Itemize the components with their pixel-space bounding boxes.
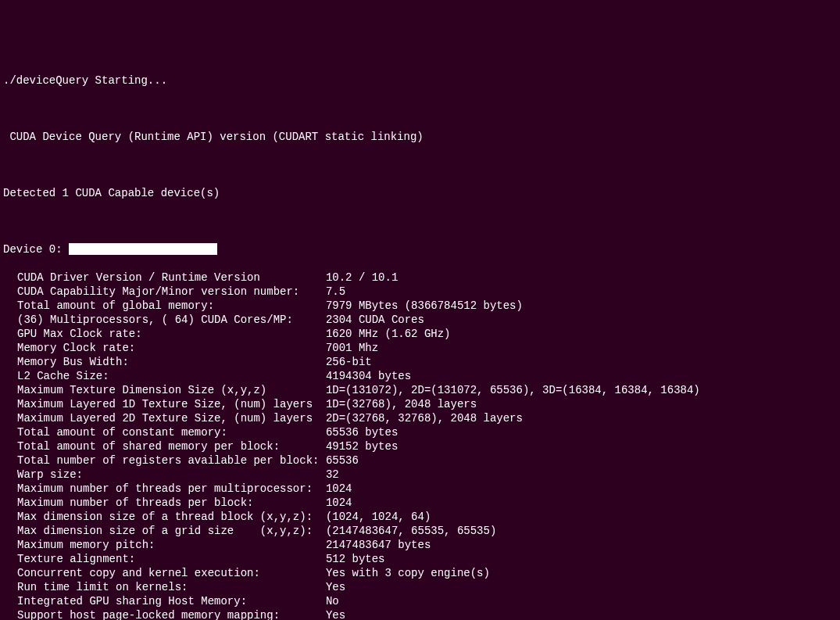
property-row: Concurrent copy and kernel execution: Ye… [3,566,837,580]
blank-line [3,158,837,172]
property-value: 10.2 / 10.1 [326,271,398,284]
property-row: Maximum Texture Dimension Size (x,y,z) 1… [3,383,837,397]
property-label: Total amount of global memory: [17,299,326,312]
blank-line [3,102,837,116]
property-value: (2147483647, 65535, 65535) [326,525,496,537]
property-value: Yes with 3 copy engine(s) [326,567,490,579]
device-prefix: Device 0: [3,242,69,256]
property-row: (36) Multiprocessors, ( 64) CUDA Cores/M… [3,313,837,327]
detected-line: Detected 1 CUDA Capable device(s) [3,186,837,200]
property-row: CUDA Driver Version / Runtime Version 10… [3,271,837,285]
blank-line [3,214,837,228]
property-row: CUDA Capability Major/Minor version numb… [3,285,837,299]
property-value: 256-bit [326,356,372,368]
property-label: L2 Cache Size: [17,370,326,382]
property-value: 49152 bytes [326,440,398,453]
property-row: GPU Max Clock rate: 1620 MHz (1.62 GHz) [3,327,837,341]
property-row: Total amount of global memory: 7979 MByt… [3,299,837,313]
property-value: 1024 [326,482,352,495]
property-label: Maximum Layered 2D Texture Size, (num) l… [17,412,326,425]
property-value: 7979 MBytes (8366784512 bytes) [326,299,523,312]
property-label: Support host page-locked memory mapping: [17,609,326,620]
property-label: Total amount of constant memory: [17,426,326,439]
redacted-device-name [69,243,217,255]
property-label: Maximum number of threads per block: [17,496,326,509]
property-row: L2 Cache Size: 4194304 bytes [3,369,837,383]
property-label: Maximum memory pitch: [17,539,326,551]
terminal-output: ./deviceQuery Starting... CUDA Device Qu… [3,59,837,620]
properties-list: CUDA Driver Version / Runtime Version 10… [3,271,837,620]
property-label: Maximum Layered 1D Texture Size, (num) l… [17,398,326,410]
property-label: Warp size: [17,468,326,481]
property-label: Run time limit on kernels: [17,581,326,593]
property-label: Max dimension size of a grid size (x,y,z… [17,525,326,537]
property-row: Maximum memory pitch: 2147483647 bytes [3,538,837,552]
property-label: Maximum number of threads per multiproce… [17,482,326,495]
property-label: Total number of registers available per … [17,454,326,467]
property-row: Support host page-locked memory mapping:… [3,608,837,620]
property-label: Maximum Texture Dimension Size (x,y,z) [17,384,326,396]
property-row: Texture alignment: 512 bytes [3,552,837,566]
title-line: CUDA Device Query (Runtime API) version … [3,130,837,144]
property-row: Memory Bus Width: 256-bit [3,355,837,369]
property-label: Memory Clock rate: [17,342,326,354]
property-value: 2304 CUDA Cores [326,314,424,326]
property-label: Total amount of shared memory per block: [17,440,326,453]
property-value: 1D=(131072), 2D=(131072, 65536), 3D=(163… [326,384,700,396]
property-value: 2147483647 bytes [326,539,431,551]
property-value: No [326,595,339,607]
property-value: 65536 [326,454,359,467]
property-row: Total amount of shared memory per block:… [3,439,837,453]
device-header: Device 0: [3,242,837,256]
property-row: Total amount of constant memory: 65536 b… [3,425,837,439]
property-label: Memory Bus Width: [17,356,326,368]
property-label: Integrated GPU sharing Host Memory: [17,595,326,607]
property-label: Concurrent copy and kernel execution: [17,567,326,579]
property-value: 65536 bytes [326,426,398,439]
property-row: Max dimension size of a grid size (x,y,z… [3,524,837,538]
property-label: Max dimension size of a thread block (x,… [17,511,326,523]
property-value: 512 bytes [326,553,385,565]
property-value: 4194304 bytes [326,370,411,382]
property-value: 1024 [326,496,352,509]
property-row: Max dimension size of a thread block (x,… [3,510,837,524]
property-row: Maximum Layered 1D Texture Size, (num) l… [3,397,837,411]
starting-line: ./deviceQuery Starting... [3,73,837,88]
property-value: 1620 MHz (1.62 GHz) [326,328,451,340]
property-row: Maximum Layered 2D Texture Size, (num) l… [3,411,837,425]
property-label: GPU Max Clock rate: [17,328,326,340]
property-label: CUDA Capability Major/Minor version numb… [17,285,326,298]
property-value: 7001 Mhz [326,342,378,354]
property-label: CUDA Driver Version / Runtime Version [17,271,326,284]
property-row: Run time limit on kernels: Yes [3,580,837,594]
property-value: 1D=(32768), 2048 layers [326,398,477,410]
property-value: (1024, 1024, 64) [326,511,431,523]
property-row: Total number of registers available per … [3,453,837,468]
property-value: Yes [326,581,345,593]
property-label: (36) Multiprocessors, ( 64) CUDA Cores/M… [17,314,326,326]
property-value: 2D=(32768, 32768), 2048 layers [326,412,523,425]
property-row: Warp size: 32 [3,468,837,482]
property-row: Maximum number of threads per multiproce… [3,482,837,496]
property-row: Integrated GPU sharing Host Memory: No [3,594,837,608]
property-value: Yes [326,609,345,620]
property-row: Memory Clock rate: 7001 Mhz [3,341,837,355]
property-value: 32 [326,468,339,481]
property-row: Maximum number of threads per block: 102… [3,496,837,510]
property-label: Texture alignment: [17,553,326,565]
property-value: 7.5 [326,285,345,298]
